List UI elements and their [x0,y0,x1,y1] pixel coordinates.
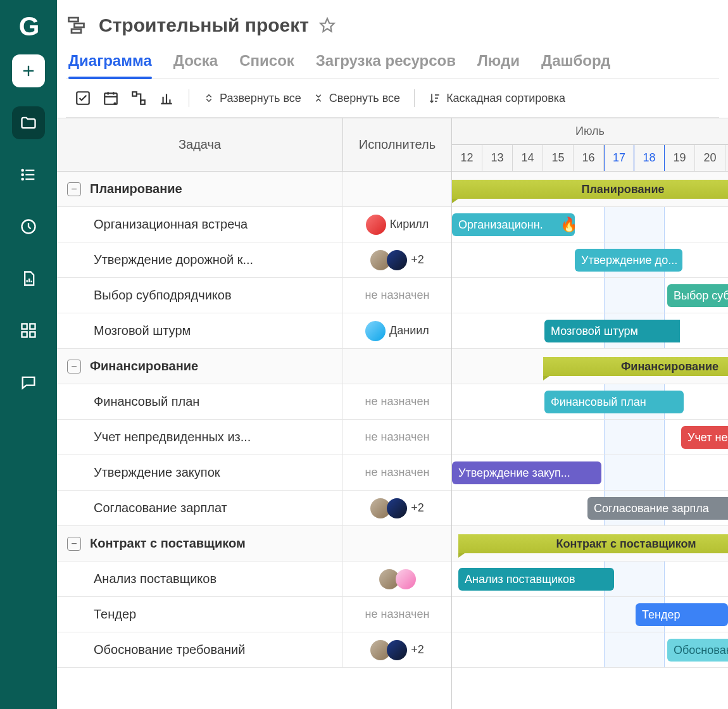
gantt-task-row: Анализ поставщиков [452,562,728,597]
task-row[interactable]: Анализ поставщиков [57,562,451,597]
avatar-group[interactable] [370,640,407,660]
unassigned-label: не назначен [365,466,430,479]
column-header-task[interactable]: Задача [57,118,343,171]
day-21[interactable]: 21 [725,145,728,172]
nav-chat[interactable] [12,366,45,399]
assignee-cell[interactable]: не назначен [343,420,451,455]
baseline-tool-icon[interactable] [158,90,175,106]
assignee-cell[interactable]: не назначен [343,384,451,419]
day-13[interactable]: 13 [482,145,513,172]
task-name: Тендер [94,607,136,622]
task-row[interactable]: Тендерне назначен [57,597,451,632]
task-bar[interactable]: Мозговой штурм [544,320,680,342]
star-icon[interactable] [319,17,336,34]
svg-point-5 [22,170,23,171]
expand-all-button[interactable]: Развернуть все [203,92,301,105]
group-bar[interactable]: Финансирование [543,357,728,376]
task-bar[interactable]: Утверждение закуп... [452,461,601,484]
task-bar[interactable]: Финансовый план [544,391,684,413]
group-row[interactable]: −Контракт с поставщиком [57,526,451,562]
task-row[interactable]: Организационная встречаКирилл [57,207,451,242]
task-bar[interactable]: Обоснование [667,639,728,662]
unassigned-label: не назначен [365,289,430,302]
avatar[interactable] [366,215,386,235]
task-bar[interactable]: Организационн.🔥 [452,213,575,236]
gantt-group-row: Планирование [452,172,728,207]
svg-rect-17 [75,23,84,27]
day-14[interactable]: 14 [513,145,543,172]
checkbox-tool-icon[interactable] [75,90,91,106]
collapse-toggle[interactable]: − [67,537,81,551]
task-row[interactable]: Согласование зарплат+2 [57,491,451,526]
task-row[interactable]: Выбор субподрядчиковне назначен [57,278,451,313]
assignee-cell[interactable]: +2 [343,632,451,667]
nav-apps[interactable] [12,314,45,347]
task-bar[interactable]: Утверждение до... [575,249,682,272]
day-19[interactable]: 19 [665,145,695,172]
calendar-tool-icon[interactable] [103,90,119,106]
svg-rect-26 [132,92,137,96]
avatar-group[interactable] [379,569,416,589]
tab-3[interactable]: Загрузка ресурсов [316,52,456,78]
task-row[interactable]: Мозговой штурмДаниил [57,313,451,349]
svg-point-25 [114,103,115,104]
tab-4[interactable]: Люди [477,52,520,78]
svg-point-6 [22,174,23,175]
assignee-cell[interactable]: не назначен [343,455,451,490]
task-row[interactable]: Финансовый планне назначен [57,384,451,420]
collapse-all-button[interactable]: Свернуть все [313,92,400,105]
avatar[interactable] [365,321,386,341]
assignee-cell[interactable]: Кирилл [343,207,451,242]
group-row[interactable]: −Финансирование [57,349,451,384]
add-button[interactable] [12,54,45,87]
task-row[interactable]: Утверждение закупокне назначен [57,455,451,491]
tab-2[interactable]: Список [239,52,294,78]
assignee-cell[interactable]: +2 [343,242,451,277]
task-name: Анализ поставщиков [94,572,217,586]
day-20[interactable]: 20 [695,145,725,172]
collapse-toggle[interactable]: − [67,182,81,196]
gantt-task-row: Обоснование [452,632,728,668]
day-18[interactable]: 18 [634,145,665,172]
day-15[interactable]: 15 [543,145,574,172]
group-name: Финансирование [90,359,198,373]
task-bar[interactable]: Анализ поставщиков [458,568,614,591]
task-row[interactable]: Обоснование требований+2 [57,632,451,668]
hierarchy-tool-icon[interactable] [130,90,147,106]
column-header-assignee[interactable]: Исполнитель [343,118,451,171]
unassigned-label: не назначен [365,395,430,408]
day-17[interactable]: 17 [604,145,634,172]
task-bar[interactable]: Согласование зарпла🔥 [587,497,728,520]
group-bar[interactable]: Планирование [452,180,728,199]
assignee-cell[interactable]: не назначен [343,278,451,313]
nav-reports[interactable] [12,262,45,295]
nav-list[interactable] [12,158,45,191]
nav-recent[interactable] [12,210,45,243]
task-bar[interactable]: Выбор субпод [667,284,728,307]
assignee-cell[interactable] [343,562,451,596]
gantt-group-row: Финансирование [452,349,728,384]
avatar-group[interactable] [370,250,407,270]
clock-icon [20,218,37,235]
group-name: Контракт с поставщиком [90,536,246,551]
group-bar[interactable]: Контракт с поставщиком [458,534,728,553]
avatar-group[interactable] [370,498,407,518]
cascade-sort-button[interactable]: Каскадная сортировка [429,92,565,105]
task-row[interactable]: Учет непредвиденных из...не назначен [57,420,451,455]
day-12[interactable]: 12 [452,145,482,172]
tab-0[interactable]: Диаграмма [68,52,152,78]
task-row[interactable]: Утверждение дорожной к...+2 [57,242,451,278]
task-bar[interactable]: Учет непре [681,426,728,449]
collapse-all-label: Свернуть все [329,92,400,105]
task-bar[interactable]: Тендер [636,603,728,626]
nav-projects[interactable] [12,106,45,139]
day-16[interactable]: 16 [574,145,604,172]
tab-5[interactable]: Дашборд [541,52,610,78]
assignee-cell[interactable]: Даниил [343,313,451,348]
collapse-toggle[interactable]: − [67,360,81,373]
group-row[interactable]: −Планирование [57,172,451,207]
chat-icon [20,373,37,391]
assignee-cell[interactable]: +2 [343,491,451,525]
assignee-cell[interactable]: не назначен [343,597,451,632]
tab-1[interactable]: Доска [173,52,218,78]
